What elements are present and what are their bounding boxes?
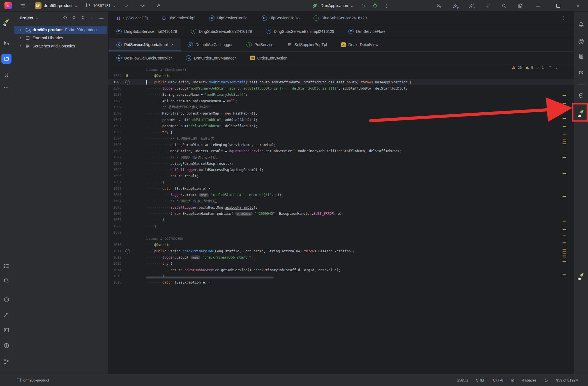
tool-button-version-control[interactable] <box>1 357 11 367</box>
stripe-mark[interactable] <box>562 253 566 253</box>
memory-indicator[interactable]: 953 of 8192M <box>556 378 578 382</box>
tool-button-notifications[interactable] <box>576 19 586 29</box>
tab-UosFlowCallBackController[interactable]: CUosFlowCallBackController <box>109 52 179 65</box>
next-problem-button[interactable]: ⌄ <box>555 65 558 70</box>
line-number[interactable]: 1586 <box>108 86 121 90</box>
bookmark-icon[interactable] <box>125 74 129 78</box>
tree-item-drm90b-product[interactable]: ›drm90b-productF:\drm90b-product <box>14 26 107 34</box>
tool-button-terminal[interactable] <box>1 325 11 335</box>
tool-button-dependency-shield[interactable] <box>576 91 586 101</box>
stripe-mark[interactable] <box>562 141 566 142</box>
code-line[interactable]: 1594············// 1.调用接口前，记录日志 <box>108 135 574 141</box>
tool-button-build[interactable] <box>1 310 11 320</box>
code-line[interactable]: 1587········String serviceName = "modPri… <box>108 92 574 98</box>
tab-PotService[interactable]: IPotService <box>239 38 280 51</box>
tab-DealerDetailView[interactable]: JSDealerDetailView <box>334 38 385 51</box>
code-line[interactable]: 1595············apiLogParamDto = writeRe… <box>108 142 574 148</box>
indent-setting[interactable]: 4 spaces <box>522 378 536 382</box>
line-number[interactable]: 1592 <box>108 124 121 128</box>
code-line[interactable]: 1606············throw ExceptionHandler.p… <box>108 211 574 217</box>
line-number[interactable]: 1599 <box>108 168 121 172</box>
horizontal-scrollbar[interactable] <box>146 277 274 278</box>
overrides-icon[interactable]: ↑ <box>125 80 130 84</box>
lock-icon[interactable] <box>544 378 548 382</box>
collapse-all-button[interactable] <box>81 15 86 21</box>
tool-button-database-check[interactable] <box>1 276 11 286</box>
line-number[interactable]: 1601 <box>108 180 121 184</box>
line-number[interactable]: 1604 <box>108 199 121 203</box>
stripe-mark[interactable] <box>562 229 566 230</box>
usages-hint[interactable]: 1 usageChenZheng +1 <box>108 67 574 73</box>
line-number[interactable]: 1612 <box>108 255 121 259</box>
main-menu-button[interactable] <box>18 1 27 10</box>
line-number[interactable]: 1589 <box>108 105 121 109</box>
code-line[interactable]: 1613········try { <box>108 261 574 267</box>
push-button[interactable]: ↗ <box>153 1 163 10</box>
project-widget[interactable]: DP drm90b-product ⌄ <box>35 2 78 9</box>
stripe-mark[interactable] <box>562 157 566 158</box>
line-number[interactable]: 1611 <box>108 249 121 253</box>
code-line[interactable]: 1585↑····public Map<String, Object> modP… <box>108 79 574 85</box>
stripe-mark[interactable] <box>562 111 566 111</box>
tool-button-project-folder[interactable] <box>1 54 11 64</box>
close-button[interactable]: × <box>568 0 588 11</box>
tab-DefaultApiCallLogger[interactable]: CDefaultApiCallLogger <box>181 38 239 51</box>
line-number[interactable]: 1590 <box>108 111 121 115</box>
hide-button[interactable]: — <box>99 15 103 20</box>
tool-button-jrebel[interactable]: JR <box>576 108 586 118</box>
commit-button[interactable] <box>138 1 147 10</box>
tool-button-ai-assistant[interactable]: @ <box>576 36 586 46</box>
tree-item-External Libraries[interactable]: ›External Libraries <box>14 34 107 42</box>
code-line[interactable]: 1598············apiLogParamDto.setResp(r… <box>108 160 574 166</box>
line-number[interactable]: 1607 <box>108 218 121 222</box>
tab-UipServiceConfig[interactable]: CUipServiceConfig <box>202 12 254 25</box>
jrebel-disabled-button[interactable] <box>479 0 496 11</box>
line-number[interactable]: 1600 <box>108 174 121 178</box>
line-number[interactable]: 1603 <box>108 193 121 197</box>
line-number[interactable]: 1588 <box>108 99 121 103</box>
code-line[interactable]: 1589········// 将目标接口的入参封装成Map <box>108 104 574 110</box>
more-run-options-button[interactable]: ⋮ <box>384 3 389 8</box>
code-line[interactable]: 1605············apiCallLogger.buildFailM… <box>108 204 574 211</box>
code-line[interactable]: 1616········catch (BssException e) { <box>108 279 574 285</box>
stripe-mark[interactable] <box>562 261 566 262</box>
code-line[interactable]: 1610····@Override <box>108 242 574 248</box>
tree-item-Scratches and Consoles[interactable]: ›Scratches and Consoles <box>14 42 107 50</box>
run-configuration-name[interactable]: DrmApplication <box>320 3 348 8</box>
tool-button-problems[interactable] <box>1 341 11 351</box>
tool-button-bookmarks[interactable] <box>1 70 11 80</box>
expand-all-button[interactable] <box>72 15 77 21</box>
minimize-button[interactable]: — <box>528 0 548 11</box>
tree-chevron-icon[interactable]: › <box>18 35 23 40</box>
code-line[interactable]: 1590········Map<String, Object> paramMap… <box>108 110 574 117</box>
line-number[interactable]: 1614 <box>108 268 121 272</box>
line-number[interactable]: 1587 <box>108 93 121 97</box>
search-everywhere-button[interactable] <box>496 0 512 11</box>
stripe-mark[interactable] <box>562 140 566 140</box>
line-number[interactable]: 1610 <box>108 243 121 247</box>
previous-problem-button[interactable]: ⌃ <box>548 65 552 70</box>
code-line[interactable]: 1600············return result; <box>108 173 574 179</box>
tool-button-more[interactable]: ⋯ <box>1 82 11 92</box>
tab-DingSubsServiceBsnl2416129[interactable]: IDingSubsServiceBsnl2416129 <box>184 25 259 38</box>
code-line[interactable]: 1608····} <box>108 223 574 229</box>
run-with-jrebel-button[interactable]: ▶ <box>447 0 463 11</box>
code-line[interactable]: 1586········logger.debug("modPrimaryJobS… <box>108 85 574 92</box>
overrides-icon[interactable]: ↑ <box>125 249 130 253</box>
line-number[interactable]: 1602 <box>108 187 121 191</box>
tab-PotService4NgportalImpl[interactable]: CPotService4NgportalImpl× <box>109 38 181 51</box>
tab-DrmServiceFlow[interactable]: CDrmServiceFlow <box>341 25 392 38</box>
stripe-mark[interactable] <box>562 118 566 119</box>
stripe-mark[interactable] <box>562 143 566 144</box>
locate-button[interactable] <box>63 15 68 21</box>
code-with-me-button[interactable] <box>431 0 447 11</box>
stripe-mark[interactable] <box>562 251 566 252</box>
vcs-widget[interactable]: 10867181 ⌄ <box>85 3 116 9</box>
stripe-mark[interactable] <box>562 196 566 197</box>
tool-button-structure[interactable] <box>1 38 11 48</box>
stripe-mark[interactable] <box>562 236 566 236</box>
code-line[interactable]: 1596············Map<String, Object> resu… <box>108 148 574 154</box>
code-line[interactable]: 1604············// 3.调用接口失败，记录日志 <box>108 198 574 204</box>
inspections-widget[interactable]: 26 5 ✓ 1 ⌃ ⌄ <box>512 65 558 70</box>
file-encoding[interactable]: UTF-8 <box>493 378 503 382</box>
